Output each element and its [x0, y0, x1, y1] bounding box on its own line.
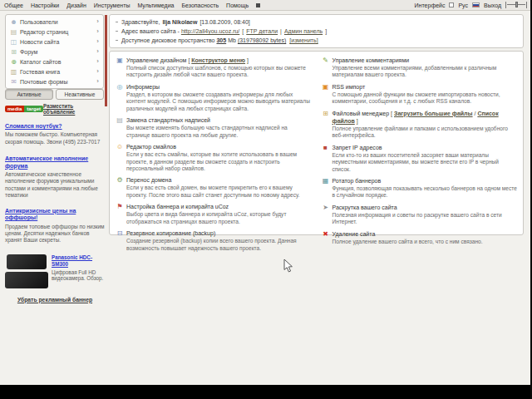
- ftp-details-link[interactable]: FTP детали: [246, 28, 278, 34]
- admin-panel-link[interactable]: Админ панель: [284, 28, 323, 34]
- ad-item: Автоматическое наполнение форумаАвтомати…: [5, 155, 105, 200]
- remove-banner-row: Убрать рекламный баннер: [5, 297, 105, 303]
- links-separator: |: [280, 28, 282, 34]
- line-bullet-icon: [116, 40, 118, 41]
- ad-text: Продаем топовые оффшоры по низким ценам.…: [5, 224, 105, 244]
- feature-title[interactable]: Резервное копирование (backup): [126, 230, 215, 236]
- feature-block: ■Запрет IP адресовЕсли кто-то из ваших п…: [322, 144, 518, 173]
- feature-title[interactable]: Перенос домена: [126, 177, 171, 183]
- chevron-right-icon: ›: [96, 28, 99, 35]
- feature-link[interactable]: Конструктор меню: [191, 57, 245, 63]
- feature-title[interactable]: Ротатор баннеров: [332, 178, 382, 184]
- menu-items: ОбщееНастройкиДизайнИнструментыМультимед…: [4, 2, 256, 8]
- mouse-cursor: [283, 259, 293, 273]
- sidebar-item-label: Новости сайта: [20, 39, 59, 45]
- sidebar-item-mail-form[interactable]: ✉Почтовые формы›: [6, 76, 103, 86]
- sidebar-item-page-editor[interactable]: ▤Редактор страниц›: [6, 27, 103, 37]
- language-label[interactable]: Рус: [458, 2, 468, 8]
- camcorder-bottom-image: [5, 272, 48, 288]
- banner-rotator-icon: ▦: [322, 177, 330, 200]
- feature-title[interactable]: Файловый менеджер: [332, 111, 390, 116]
- feature-block: ▣Управление дизайном [ Конструктор меню …: [116, 57, 312, 79]
- sidebar-item-guestbook[interactable]: ▥Гостевая книга›: [6, 66, 103, 76]
- feature-title[interactable]: Управление дизайном: [126, 57, 186, 63]
- panel-width-slider[interactable]: [505, 2, 527, 8]
- sidebar-item-label: Пользователи: [20, 19, 58, 25]
- feature-description: Если кто-то из ваших посетителей засоряе…: [332, 152, 518, 173]
- sidebar-item-label: Почтовые формы: [20, 79, 67, 85]
- chevron-right-icon: ›: [96, 18, 99, 25]
- feature-block: ☺Редактор смайловЕсли у вас есть смайлы,…: [116, 143, 312, 172]
- feature-block: ⊞Файловый менеджер [ Загрузить большие ф…: [322, 110, 518, 140]
- camcorder-top-image: [7, 254, 47, 269]
- sidebar-item-label: Редактор страниц: [20, 29, 68, 35]
- modules-sidebar: ☻Пользователи›▤Редактор страниц›◫Новости…: [5, 14, 104, 89]
- ad-list: Сломался ноутбук?Мы поможем быстро. Комп…: [5, 123, 105, 244]
- disk-space-bytes: (319798092 bytes): [238, 37, 286, 43]
- camcorder-image[interactable]: [5, 254, 48, 288]
- tab-inactive-modules[interactable]: Неактивные: [56, 89, 104, 100]
- sidebar-item-label: Каталог сайтов: [20, 59, 61, 65]
- bracket-open: [: [242, 28, 244, 34]
- feature-title[interactable]: Запрет IP адресов: [332, 145, 382, 150]
- place-ad-link[interactable]: Разместить объявление: [43, 103, 105, 115]
- logout-link[interactable]: Выход: [484, 2, 501, 8]
- feature-title[interactable]: Замена стандартных надписей: [126, 117, 210, 123]
- sidebar-item-user[interactable]: ☻Пользователи›: [6, 17, 103, 27]
- sidebar-tabs: Активные Неактивные: [5, 89, 104, 100]
- menu-item[interactable]: Настройки: [31, 2, 59, 8]
- target-logo-part: target: [24, 106, 43, 112]
- ad-logo-row: media target Разместить объявление: [5, 103, 105, 115]
- product-link[interactable]: Panasonic HDC-SM300: [52, 254, 105, 268]
- interface-checkbox-icon[interactable]: [449, 2, 454, 7]
- feature-block: ▣RSS импортС помощью данной функции вы с…: [322, 83, 518, 106]
- smiley-icon: ☺: [116, 143, 124, 172]
- informer-icon: ◎: [116, 83, 124, 112]
- menu-item[interactable]: Безопасность: [181, 2, 219, 8]
- news-icon: ◫: [10, 38, 17, 46]
- ad-block: media target Разместить объявление Слома…: [5, 103, 105, 303]
- menu-item[interactable]: Мультимедиа: [137, 2, 174, 8]
- menu-extra-icon[interactable]: [256, 3, 260, 7]
- ad-text: Автоматическое качественное наполнение ф…: [5, 171, 105, 200]
- feature-block: ✎Управление комментариямиУправление всем…: [322, 57, 518, 79]
- site-address-line: Адрес вашего сайта - http://2all4you.uco…: [116, 27, 517, 36]
- feature-title[interactable]: RSS импорт: [332, 84, 366, 90]
- rss-icon: ▣: [322, 83, 330, 106]
- sidebar-item-site-catalog[interactable]: ⊕Каталог сайтов›: [6, 57, 103, 66]
- feature-title[interactable]: Редактор смайлов: [126, 144, 176, 150]
- feature-title[interactable]: Информеры: [126, 84, 160, 90]
- menu-item[interactable]: Помощь: [226, 2, 249, 8]
- change-disk-space-link[interactable]: [изменить]: [289, 37, 318, 43]
- backup-icon: ⊟: [116, 229, 124, 252]
- menu-item[interactable]: Дизайн: [66, 2, 86, 8]
- ad-title-link[interactable]: Автоматическое наполнение форума: [5, 155, 88, 168]
- product-info: Panasonic HDC-SM300 Цифровая Full HD вид…: [52, 254, 105, 288]
- feature-title[interactable]: Удаление сайта: [332, 231, 376, 237]
- feature-title[interactable]: Настройка баннера и копирайта uCoz: [126, 204, 229, 209]
- slider-thumb-icon[interactable]: [515, 2, 518, 7]
- disk-space-unit: Mb: [228, 37, 236, 43]
- ad-title-link[interactable]: Сломался ноутбук?: [5, 123, 62, 129]
- delete-site-icon: ✖: [322, 230, 330, 245]
- russian-flag-icon[interactable]: [472, 2, 480, 7]
- feature-link[interactable]: Загрузить большие файлы: [394, 111, 473, 116]
- address-label: Адрес вашего сайта -: [121, 28, 180, 34]
- feature-title[interactable]: Управление комментариями: [332, 57, 410, 63]
- tab-active-modules[interactable]: Активные: [5, 89, 53, 100]
- feature-description: Вы можете изменять большую часть стандар…: [126, 125, 312, 139]
- ad-title-link[interactable]: Антикризисные цены на оффшоры!: [5, 208, 76, 220]
- site-url-link[interactable]: http://2all4you.ucoz.ru/: [181, 28, 239, 34]
- menu-item[interactable]: Инструменты: [94, 2, 131, 8]
- features-panel: ▣Управление дизайном [ Конструктор меню …: [109, 51, 524, 235]
- menu-item[interactable]: Общее: [4, 2, 23, 8]
- sidebar-item-news[interactable]: ◫Новости сайта›: [6, 37, 103, 47]
- remove-banner-link[interactable]: Убрать рекламный баннер: [17, 297, 92, 303]
- feature-block: ◎ИнформерыРаздел, в котором вы сможете с…: [116, 83, 312, 112]
- top-menu-bar: ОбщееНастройкиДизайнИнструментыМультимед…: [0, 0, 532, 11]
- feature-title[interactable]: Раскрутка вашего сайта: [332, 204, 397, 210]
- sidebar-item-forum[interactable]: ⊞Форум›: [6, 47, 103, 57]
- ad-item: Сломался ноутбук?Мы поможем быстро. Комп…: [5, 123, 105, 145]
- interface-label[interactable]: Интерфейс: [415, 2, 446, 8]
- comments-icon: ✎: [322, 57, 330, 79]
